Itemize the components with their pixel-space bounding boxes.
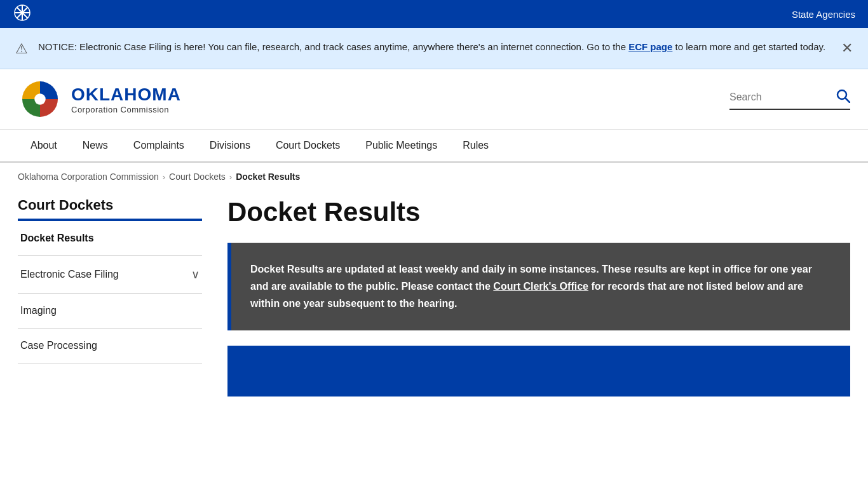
sidebar-item-docket-results[interactable]: Docket Results [18,221,202,256]
notice-text: NOTICE: Electronic Case Filing is here! … [38,39,831,55]
breadcrumb-root[interactable]: Oklahoma Corporation Commission [18,172,159,182]
nav-item-news[interactable]: News [70,130,121,161]
sidebar-nav: Docket Results Electronic Case Filing ∨ … [18,221,202,363]
info-box-text: Docket Results are updated at least week… [250,261,831,313]
logo-area[interactable]: OKLAHOMA Corporation Commission [18,77,181,121]
search-icon [836,89,850,103]
breadcrumb-sep-1: › [163,172,165,182]
sidebar-label-docket-results: Docket Results [20,233,94,244]
nav-link-rules[interactable]: Rules [450,130,501,161]
logo-sub-text: Corporation Commission [71,105,181,114]
sidebar-label-imaging: Imaging [20,305,57,316]
nav-item-court-dockets[interactable]: Court Dockets [263,130,353,161]
nav-item-about[interactable]: About [18,130,70,161]
svg-line-7 [846,98,850,102]
nav-link-complaints[interactable]: Complaints [121,130,197,161]
sidebar-link-imaging[interactable]: Imaging [18,294,202,328]
notice-close-button[interactable]: ✕ [841,40,853,57]
nav-link-divisions[interactable]: Divisions [197,130,263,161]
nav-item-rules[interactable]: Rules [450,130,501,161]
page-title: Docket Results [227,197,850,227]
nav-item-complaints[interactable]: Complaints [121,130,197,161]
logo-oklahoma-text: OKLAHOMA [71,85,181,105]
sidebar: Court Dockets Docket Results Electronic … [18,191,202,396]
main-nav: About News Complaints Divisions Court Do… [0,130,868,163]
chevron-down-icon: ∨ [191,268,200,281]
header: OKLAHOMA Corporation Commission [0,69,868,130]
logo-text-area: OKLAHOMA Corporation Commission [71,85,181,114]
sidebar-item-ecf[interactable]: Electronic Case Filing ∨ [18,256,202,294]
nav-link-court-dockets[interactable]: Court Dockets [263,130,353,161]
sidebar-item-imaging[interactable]: Imaging [18,294,202,329]
state-agencies-link[interactable]: State Agencies [792,9,855,20]
main-layout: Court Dockets Docket Results Electronic … [0,191,868,396]
court-clerks-office-link[interactable]: Court Clerk's Office [493,281,588,292]
svg-point-5 [34,93,46,105]
blue-content-section [227,346,850,396]
nav-item-public-meetings[interactable]: Public Meetings [353,130,450,161]
breadcrumb-sep-2: › [229,172,232,182]
sidebar-link-case-processing[interactable]: Case Processing [18,329,202,363]
info-box: Docket Results are updated at least week… [227,243,850,330]
sidebar-link-docket-results[interactable]: Docket Results [18,221,202,255]
breadcrumb-current: Docket Results [236,172,300,182]
sidebar-link-ecf[interactable]: Electronic Case Filing ∨ [18,256,202,293]
sidebar-label-case-processing: Case Processing [20,340,97,351]
occ-logo-icon [18,77,62,121]
nav-link-news[interactable]: News [70,130,121,161]
nav-link-public-meetings[interactable]: Public Meetings [353,130,450,161]
top-bar: State Agencies [0,0,868,28]
breadcrumb: Oklahoma Corporation Commission › Court … [0,163,868,191]
warning-icon: ⚠ [15,41,28,57]
sidebar-label-ecf: Electronic Case Filing [20,269,119,280]
search-area [729,89,850,110]
sidebar-item-case-processing[interactable]: Case Processing [18,329,202,363]
main-content: Docket Results Docket Results are update… [227,191,850,396]
breadcrumb-parent[interactable]: Court Dockets [169,172,226,182]
top-bar-logo-area [13,3,32,25]
oklahoma-snowflake-icon [13,3,32,22]
ecf-page-link[interactable]: ECF page [628,41,672,52]
sidebar-title: Court Dockets [18,197,202,221]
nav-item-divisions[interactable]: Divisions [197,130,263,161]
search-input[interactable] [729,92,831,103]
nav-link-about[interactable]: About [18,130,70,161]
search-button[interactable] [836,89,850,106]
notice-banner: ⚠ NOTICE: Electronic Case Filing is here… [0,28,868,69]
